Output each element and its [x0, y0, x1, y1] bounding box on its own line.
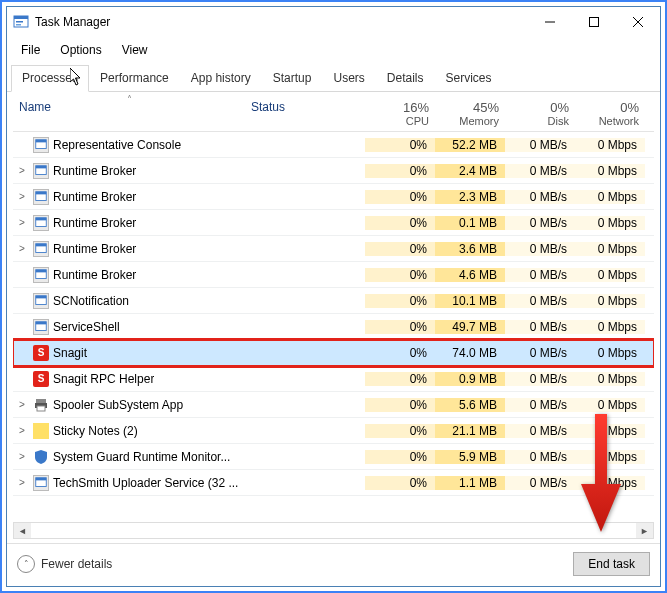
horizontal-scrollbar[interactable]: ◄ ►	[13, 522, 654, 539]
process-disk: 0 MB/s	[505, 242, 575, 256]
minimize-button[interactable]	[528, 7, 572, 37]
table-row[interactable]: >Runtime Broker0%3.6 MB0 MB/s0 Mbps	[13, 236, 654, 262]
tab-performance[interactable]: Performance	[89, 65, 180, 92]
process-memory: 2.4 MB	[435, 164, 505, 178]
expand-toggle-icon[interactable]: >	[15, 243, 29, 254]
process-disk: 0 MB/s	[505, 294, 575, 308]
process-memory: 0.1 MB	[435, 216, 505, 230]
table-row[interactable]: >TechSmith Uploader Service (32 ...0%1.1…	[13, 470, 654, 496]
svg-rect-26	[37, 406, 45, 411]
table-row[interactable]: >Runtime Broker0%2.4 MB0 MB/s0 Mbps	[13, 158, 654, 184]
expand-toggle-icon[interactable]: >	[15, 165, 29, 176]
table-row[interactable]: >Sticky Notes (2)0%21.1 MB0 MB/s0 Mbps	[13, 418, 654, 444]
col-network[interactable]: 0% Network	[575, 96, 645, 131]
svg-rect-9	[36, 139, 47, 142]
table-row[interactable]: SCNotification0%10.1 MB0 MB/s0 Mbps	[13, 288, 654, 314]
process-name: Runtime Broker	[53, 190, 136, 204]
process-disk: 0 MB/s	[505, 424, 575, 438]
col-name[interactable]: ˄ Name	[13, 96, 245, 131]
process-table: ˄ Name Status 16% CPU 45% Memory 0% Disk…	[7, 92, 660, 543]
process-disk: 0 MB/s	[505, 216, 575, 230]
table-row[interactable]: Snagit RPC Helper0%0.9 MB0 MB/s0 Mbps	[13, 366, 654, 392]
menu-options[interactable]: Options	[50, 39, 111, 61]
process-name: ServiceShell	[53, 320, 120, 334]
table-body: Representative Console0%52.2 MB0 MB/s0 M…	[13, 132, 654, 518]
tab-apphistory[interactable]: App history	[180, 65, 262, 92]
process-network: 0 Mbps	[575, 138, 645, 152]
svg-rect-15	[36, 217, 47, 220]
fewer-details-toggle[interactable]: ˄ Fewer details	[17, 555, 112, 573]
sort-indicator-icon: ˄	[127, 94, 132, 105]
tab-startup[interactable]: Startup	[262, 65, 323, 92]
svg-rect-17	[36, 243, 47, 246]
table-row[interactable]: Snagit0%74.0 MB0 MB/s0 Mbps	[13, 340, 654, 366]
process-icon	[33, 137, 49, 153]
process-memory: 74.0 MB	[435, 346, 505, 360]
process-name: System Guard Runtime Monitor...	[53, 450, 230, 464]
end-task-button[interactable]: End task	[573, 552, 650, 576]
tab-details[interactable]: Details	[376, 65, 435, 92]
table-row[interactable]: >Runtime Broker0%2.3 MB0 MB/s0 Mbps	[13, 184, 654, 210]
table-row[interactable]: >System Guard Runtime Monitor...0%5.9 MB…	[13, 444, 654, 470]
process-disk: 0 MB/s	[505, 320, 575, 334]
tab-users[interactable]: Users	[322, 65, 375, 92]
svg-rect-21	[36, 295, 47, 298]
process-name: Snagit	[53, 346, 87, 360]
process-cpu: 0%	[365, 138, 435, 152]
process-disk: 0 MB/s	[505, 346, 575, 360]
menu-file[interactable]: File	[11, 39, 50, 61]
tab-services[interactable]: Services	[435, 65, 503, 92]
svg-rect-3	[16, 24, 21, 26]
expand-toggle-icon[interactable]: >	[15, 399, 29, 410]
expand-toggle-icon[interactable]: >	[15, 217, 29, 228]
table-row[interactable]: >Spooler SubSystem App0%5.6 MB0 MB/s0 Mb…	[13, 392, 654, 418]
scroll-right-icon[interactable]: ►	[636, 523, 653, 538]
col-status[interactable]: Status	[245, 96, 365, 131]
process-disk: 0 MB/s	[505, 164, 575, 178]
tab-processes[interactable]: Processes	[11, 65, 89, 92]
col-cpu[interactable]: 16% CPU	[365, 96, 435, 131]
table-header: ˄ Name Status 16% CPU 45% Memory 0% Disk…	[13, 96, 654, 132]
process-network: 0 Mbps	[575, 164, 645, 178]
process-icon	[33, 319, 49, 335]
process-cpu: 0%	[365, 190, 435, 204]
process-disk: 0 MB/s	[505, 138, 575, 152]
table-row[interactable]: >Runtime Broker0%0.1 MB0 MB/s0 Mbps	[13, 210, 654, 236]
process-icon	[33, 475, 49, 491]
process-memory: 4.6 MB	[435, 268, 505, 282]
table-row[interactable]: Representative Console0%52.2 MB0 MB/s0 M…	[13, 132, 654, 158]
scroll-left-icon[interactable]: ◄	[14, 523, 31, 538]
process-cpu: 0%	[365, 372, 435, 386]
col-disk[interactable]: 0% Disk	[505, 96, 575, 131]
process-memory: 2.3 MB	[435, 190, 505, 204]
expand-toggle-icon[interactable]: >	[15, 425, 29, 436]
process-name: Snagit RPC Helper	[53, 372, 154, 386]
table-row[interactable]: ServiceShell0%49.7 MB0 MB/s0 Mbps	[13, 314, 654, 340]
process-cpu: 0%	[365, 294, 435, 308]
process-network: Mbps	[575, 450, 645, 464]
process-cpu: 0%	[365, 424, 435, 438]
svg-rect-5	[590, 18, 599, 27]
process-network: 0 Mbps	[575, 320, 645, 334]
tab-bar: ProcessesPerformanceApp historyStartupUs…	[7, 64, 660, 92]
process-cpu: 0%	[365, 242, 435, 256]
process-network: 0 Mbps	[575, 398, 645, 412]
process-memory: 5.6 MB	[435, 398, 505, 412]
process-name: SCNotification	[53, 294, 129, 308]
table-row[interactable]: Runtime Broker0%4.6 MB0 MB/s0 Mbps	[13, 262, 654, 288]
process-memory: 0.9 MB	[435, 372, 505, 386]
expand-toggle-icon[interactable]: >	[15, 191, 29, 202]
chevron-up-icon: ˄	[17, 555, 35, 573]
expand-toggle-icon[interactable]: >	[15, 451, 29, 462]
close-button[interactable]	[616, 7, 660, 37]
svg-rect-19	[36, 269, 47, 272]
menu-view[interactable]: View	[112, 39, 158, 61]
process-name: TechSmith Uploader Service (32 ...	[53, 476, 238, 490]
col-memory[interactable]: 45% Memory	[435, 96, 505, 131]
expand-toggle-icon[interactable]: >	[15, 477, 29, 488]
maximize-button[interactable]	[572, 7, 616, 37]
process-name: Sticky Notes (2)	[53, 424, 138, 438]
process-network: 0 Mbps	[575, 294, 645, 308]
process-network: Mbps	[575, 476, 645, 490]
process-name: Spooler SubSystem App	[53, 398, 183, 412]
